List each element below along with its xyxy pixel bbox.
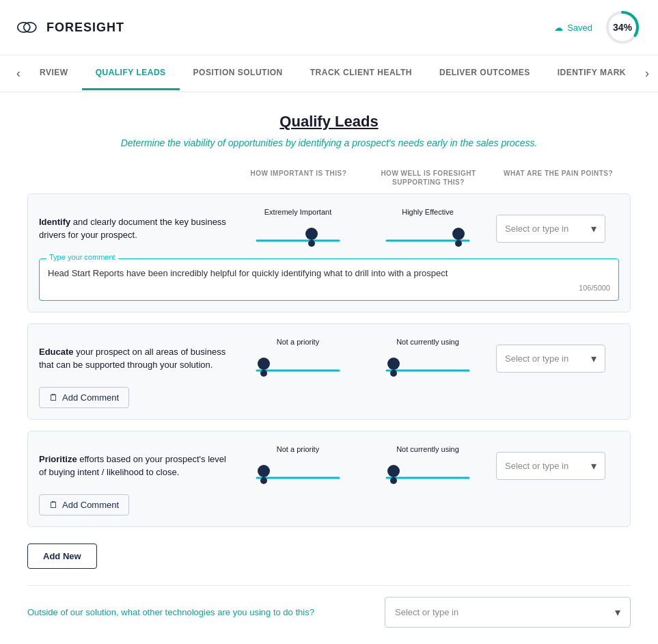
slider-3-support-label: Not currently using bbox=[396, 445, 459, 453]
svg-point-7 bbox=[308, 240, 315, 247]
col-header-empty bbox=[38, 169, 230, 187]
row-text-2-bold: Educate bbox=[39, 347, 74, 357]
bottom-question-text: Outside of our solution, what other tech… bbox=[27, 607, 385, 617]
add-comment-icon-2: 🗒 bbox=[49, 392, 58, 403]
row-text-1-bold: Identify bbox=[39, 217, 70, 227]
header: FORESIGHT ☁ Saved 34% bbox=[0, 0, 658, 55]
row-2-dropdown-placeholder: Select or type in bbox=[505, 353, 568, 364]
logo: FORESIGHT bbox=[16, 18, 124, 37]
slider-6-svg bbox=[380, 456, 476, 486]
row-text-3: Prioritize efforts based on your prospec… bbox=[39, 453, 230, 479]
navigation: ‹ RVIEW QUALIFY LEADS POSITION SOLUTION … bbox=[0, 55, 658, 92]
nav-item-position-solution[interactable]: POSITION SOLUTION bbox=[180, 57, 297, 90]
svg-point-15 bbox=[260, 370, 267, 377]
slider-3-label: Not a priority bbox=[277, 445, 319, 453]
row-card-3: Prioritize efforts based on your prospec… bbox=[27, 431, 631, 527]
slider-4-svg bbox=[380, 349, 476, 379]
add-new-button[interactable]: Add New bbox=[27, 544, 97, 569]
saved-text: Saved bbox=[567, 23, 592, 33]
page-subtitle: Determine the viability of opportunities… bbox=[27, 137, 631, 148]
slider-2-importance[interactable]: Not a priority bbox=[236, 338, 359, 379]
col-header-importance: HOW IMPORTANT IS THIS? bbox=[237, 169, 360, 187]
bottom-question: Outside of our solution, what other tech… bbox=[27, 585, 631, 639]
slider-5-svg bbox=[250, 456, 346, 486]
bottom-text-plain2: are bbox=[215, 607, 233, 617]
row-content-2: Educate your prospect on all areas of bu… bbox=[39, 338, 619, 379]
slider-1-label: Extremely Important bbox=[264, 208, 331, 216]
saved-status: ☁ Saved bbox=[554, 23, 592, 33]
row-text-1: Identify and clearly document the key bu… bbox=[39, 215, 230, 242]
row-card-1: Identify and clearly document the key bu… bbox=[27, 193, 631, 312]
bottom-text-highlight1: other technologies bbox=[142, 607, 215, 617]
slider-1-importance[interactable]: Extremely Important bbox=[236, 208, 359, 249]
bottom-dropdown[interactable]: Select or type in ▾ bbox=[385, 597, 631, 628]
col-header-pain: WHAT ARE THE PAIN POINTS? bbox=[497, 169, 620, 187]
progress-label: 34% bbox=[613, 22, 632, 33]
slider-1-support-label: Highly Effective bbox=[402, 208, 454, 216]
slider-2-support-label: Not currently using bbox=[396, 338, 459, 346]
comment-area-1[interactable]: Type your comment Head Start Reports hav… bbox=[39, 258, 619, 301]
row-content-1: Identify and clearly document the key bu… bbox=[39, 208, 619, 249]
row-1-dropdown-placeholder: Select or type in bbox=[505, 224, 568, 234]
bottom-text-plain1: Outside of our solution, what bbox=[27, 607, 142, 617]
slider-2-label: Not a priority bbox=[277, 338, 319, 346]
add-comment-icon-3: 🗒 bbox=[49, 500, 58, 510]
row-card-2: Educate your prospect on all areas of bu… bbox=[27, 323, 631, 420]
row-text-3-bold: Prioritize bbox=[39, 454, 77, 464]
progress-ring: 34% bbox=[603, 8, 642, 46]
logo-text: FORESIGHT bbox=[46, 21, 124, 35]
svg-point-11 bbox=[455, 240, 462, 247]
bottom-text-plain3: using to do this? bbox=[247, 607, 314, 617]
header-right: ☁ Saved 34% bbox=[554, 8, 642, 46]
bottom-dropdown-arrow: ▾ bbox=[615, 606, 620, 619]
row-2-dropdown-arrow: ▾ bbox=[591, 352, 597, 365]
page-title: Qualify Leads bbox=[27, 113, 631, 131]
slider-2-svg bbox=[380, 219, 476, 249]
logo-icon bbox=[16, 18, 41, 37]
row-3-dropdown-arrow: ▾ bbox=[591, 459, 597, 472]
nav-item-deliver-outcomes[interactable]: DELIVER OUTCOMES bbox=[426, 57, 544, 90]
svg-point-19 bbox=[390, 370, 397, 377]
add-comment-label-2: Add Comment bbox=[62, 392, 119, 403]
add-comment-button-3[interactable]: 🗒 Add Comment bbox=[39, 494, 129, 515]
col-header-support: HOW WELL IS FORESIGHT SUPPORTING THIS? bbox=[367, 169, 490, 187]
nav-prev-button[interactable]: ‹ bbox=[11, 55, 26, 92]
row-text-2: Educate your prospect on all areas of bu… bbox=[39, 345, 230, 372]
column-headers: HOW IMPORTANT IS THIS? HOW WELL IS FORES… bbox=[27, 169, 631, 187]
row-1-dropdown-arrow: ▾ bbox=[591, 222, 597, 235]
row-content-3: Prioritize efforts based on your prospec… bbox=[39, 445, 619, 486]
slider-2-support[interactable]: Not currently using bbox=[366, 338, 489, 379]
svg-point-27 bbox=[390, 477, 397, 484]
nav-next-button[interactable]: › bbox=[640, 55, 655, 92]
slider-3-svg bbox=[250, 349, 346, 379]
bottom-text-highlight2: you bbox=[233, 607, 247, 617]
row-2-dropdown[interactable]: Select or type in ▾ bbox=[496, 345, 605, 373]
row-3-dropdown[interactable]: Select or type in ▾ bbox=[496, 452, 605, 480]
slider-3-importance[interactable]: Not a priority bbox=[236, 445, 359, 486]
svg-point-23 bbox=[260, 477, 267, 484]
cloud-icon: ☁ bbox=[554, 23, 563, 33]
nav-item-rview[interactable]: RVIEW bbox=[26, 57, 82, 90]
main-content: Qualify Leads Determine the viability of… bbox=[0, 92, 658, 644]
nav-item-track-client-health[interactable]: TRACK CLIENT HEALTH bbox=[297, 57, 426, 90]
bottom-dropdown-placeholder: Select or type in bbox=[395, 607, 458, 617]
comment-text-1: Head Start Reports have been incredibly … bbox=[48, 267, 610, 280]
add-comment-label-3: Add Comment bbox=[62, 500, 119, 510]
slider-1-support[interactable]: Highly Effective bbox=[366, 208, 489, 249]
nav-item-identify-mark[interactable]: IDENTIFY MARK bbox=[544, 57, 640, 90]
comment-count-1: 106/5000 bbox=[48, 284, 610, 292]
slider-1-svg bbox=[250, 219, 346, 249]
comment-label-1: Type your comment bbox=[46, 253, 118, 261]
slider-3-support[interactable]: Not currently using bbox=[366, 445, 489, 486]
nav-item-qualify-leads[interactable]: QUALIFY LEADS bbox=[82, 57, 180, 90]
add-comment-button-2[interactable]: 🗒 Add Comment bbox=[39, 387, 129, 408]
row-3-dropdown-placeholder: Select or type in bbox=[505, 461, 568, 471]
row-1-dropdown[interactable]: Select or type in ▾ bbox=[496, 215, 605, 243]
